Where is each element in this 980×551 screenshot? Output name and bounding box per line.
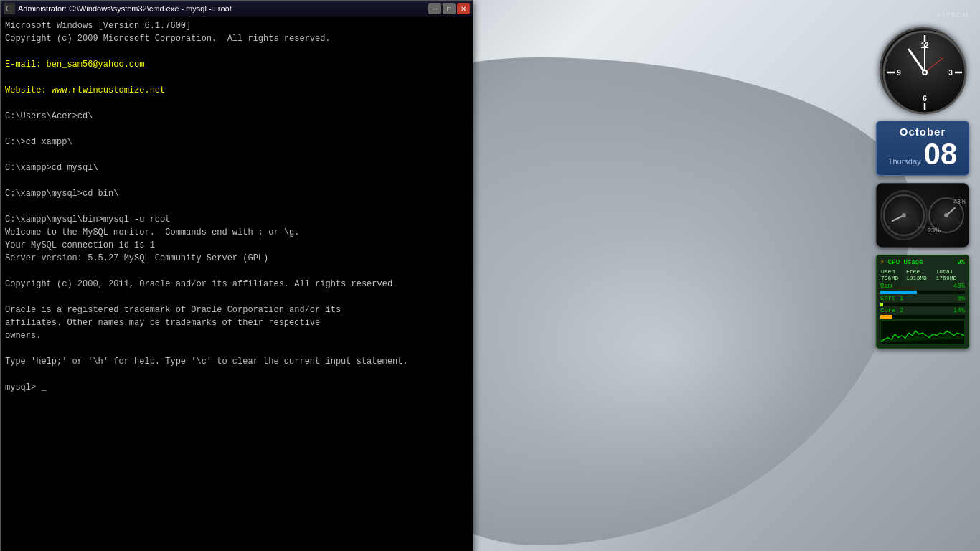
clock-widget: 12 3 6 9 xyxy=(880,27,966,113)
gauge-dial-right: 43% 23% xyxy=(928,197,965,234)
cmd-line: C:\Users\Acer>cd\ xyxy=(5,110,468,123)
core2-value: 14% xyxy=(953,307,965,314)
cmd-line xyxy=(5,174,468,187)
used-label: Used xyxy=(880,268,905,275)
widgets-panel: HiTECH xyxy=(872,7,973,349)
minimize-button[interactable]: ─ xyxy=(428,3,441,14)
cpu-usage-percent: 9% xyxy=(957,259,965,266)
clock-svg: 12 3 6 9 xyxy=(882,29,968,116)
cmd-line xyxy=(5,71,468,84)
cmd-line xyxy=(5,291,468,303)
cmd-line: Oracle is a registered trademark of Orac… xyxy=(5,303,468,316)
cpu-graph-svg xyxy=(881,321,964,344)
cmd-line xyxy=(5,368,468,381)
cmd-line: C:\>cd xampp\ xyxy=(5,136,468,149)
cmd-title-text: Administrator: C:\Windows\system32\cmd.e… xyxy=(18,4,232,13)
cmd-line xyxy=(5,265,468,278)
total-value: 1769MB xyxy=(936,275,966,281)
core1-bar-container xyxy=(880,303,965,306)
calendar-date: 08 xyxy=(924,138,958,171)
cmd-line: C:\xampp>cd mysql\ xyxy=(5,161,468,174)
ram-bar xyxy=(880,291,917,294)
cmd-line: affiliates. Other names may be trademark… xyxy=(5,316,468,329)
cmd-line: E-mail: ben_sam56@yahoo.com xyxy=(5,58,468,71)
cmd-title-left: C Administrator: C:\Windows\system32\cmd… xyxy=(4,3,232,14)
cmd-line: Server version: 5.5.27 MySQL Community S… xyxy=(5,252,468,265)
cmd-line: Welcome to the MySQL monitor. Commands e… xyxy=(5,226,468,239)
calendar-day-name: Thursday xyxy=(888,157,921,166)
cmd-line xyxy=(5,342,468,355)
gauge-percent-43: 43% xyxy=(953,198,966,205)
close-button[interactable]: ✕ xyxy=(457,3,470,14)
svg-point-18 xyxy=(902,213,906,217)
svg-text:C: C xyxy=(6,5,10,13)
cmd-line: C:\xampp\mysql\bin>mysql -u root xyxy=(5,213,468,226)
cpu-stats-table: Used Free Total 756MB 1013MB 1769MB xyxy=(880,268,965,281)
core1-label: Core 1 xyxy=(880,295,903,302)
core2-bar xyxy=(880,315,892,319)
cmd-line: Your MySQL connection id is 1 xyxy=(5,239,468,252)
cmd-line: Copyright (c) 2000, 2011, Oracle and/or … xyxy=(5,278,468,291)
cmd-line: Type 'help;' or '\h' for help. Type '\c'… xyxy=(5,355,468,368)
free-value: 1013MB xyxy=(905,275,935,281)
core2-bar-container xyxy=(880,315,965,319)
cmd-line: Website: www.rtwincustomize.net xyxy=(5,84,468,97)
cmd-line xyxy=(5,200,468,213)
cpu-graph xyxy=(880,320,965,345)
cmd-window: C Administrator: C:\Windows\system32\cmd… xyxy=(0,0,473,551)
svg-point-23 xyxy=(944,213,948,217)
cmd-line: owners. xyxy=(5,329,468,342)
ram-label: Ram xyxy=(880,283,892,290)
cmd-line xyxy=(5,149,468,161)
core2-label: Core 2 xyxy=(880,307,903,314)
desktop: C Administrator: C:\Windows\system32\cmd… xyxy=(0,0,980,551)
hitech-label: HiTECH xyxy=(937,11,969,19)
cmd-icon: C xyxy=(4,3,15,14)
calendar-month: October xyxy=(884,126,961,138)
cpu-header: ⚡ CPU Usage 9% xyxy=(880,258,965,266)
gauge-svg-left: 0 max xyxy=(882,194,925,237)
gauge-widget: 0 max 43% 23% xyxy=(876,183,969,248)
hitech-label-container: HiTECH xyxy=(876,7,969,20)
clock-face: 12 3 6 9 xyxy=(880,27,966,113)
core1-value: 3% xyxy=(957,295,965,302)
maximize-button[interactable]: □ xyxy=(443,3,456,14)
cmd-line: Copyright (c) 2009 Microsoft Corporation… xyxy=(5,32,468,45)
cpu-bars: Ram 43% Core 1 3% Core 2 14% xyxy=(880,283,965,319)
cmd-output[interactable]: Microsoft Windows [Version 6.1.7600] Cop… xyxy=(1,17,473,551)
cmd-line: C:\xampp\mysql>cd bin\ xyxy=(5,187,468,200)
svg-point-15 xyxy=(923,71,926,74)
cmd-line: Microsoft Windows [Version 6.1.7600] xyxy=(5,19,468,32)
cpu-icon: ⚡ xyxy=(880,259,884,266)
cmd-window-buttons: ─ □ ✕ xyxy=(428,3,470,14)
svg-text:9: 9 xyxy=(897,69,901,77)
free-label: Free xyxy=(905,268,935,275)
ram-bar-container xyxy=(880,291,965,294)
cmd-line xyxy=(5,45,468,58)
used-value: 756MB xyxy=(880,275,905,281)
ram-value: 43% xyxy=(953,283,965,290)
cmd-line xyxy=(5,97,468,110)
gauge-right-panel: 43% 23% xyxy=(928,187,965,243)
svg-text:6: 6 xyxy=(923,95,927,103)
core1-bar xyxy=(880,303,883,306)
cpu-widget: ⚡ CPU Usage 9% Used Free Total 756MB 101… xyxy=(876,255,969,349)
cmd-line xyxy=(5,123,468,136)
svg-text:3: 3 xyxy=(948,69,953,77)
calendar-widget: October Thursday 08 xyxy=(876,121,969,176)
gauge-dial-left: 0 max xyxy=(880,190,928,240)
svg-text:max: max xyxy=(917,225,925,229)
gauge-percent-23: 23% xyxy=(928,227,941,234)
total-label: Total xyxy=(936,268,966,275)
cmd-prompt[interactable]: mysql> _ xyxy=(5,381,468,394)
cmd-titlebar: C Administrator: C:\Windows\system32\cmd… xyxy=(1,1,473,17)
cpu-table-values: 756MB 1013MB 1769MB xyxy=(880,275,965,281)
cpu-title: CPU Usage xyxy=(888,259,923,266)
cpu-table-header: Used Free Total xyxy=(880,268,965,275)
